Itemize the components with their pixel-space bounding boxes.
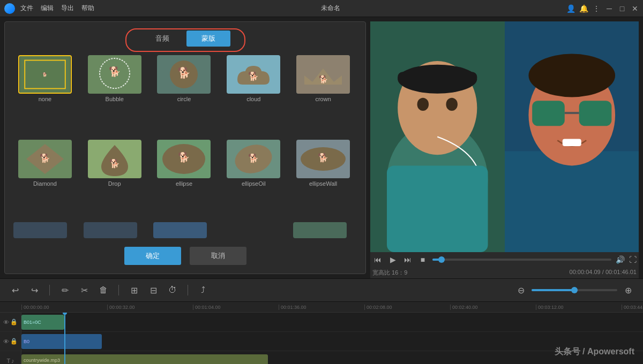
menu-export[interactable]: 导出: [61, 4, 74, 13]
svg-rect-45: [505, 151, 639, 252]
track-lock-2[interactable]: 🔒: [10, 338, 18, 345]
track-lock-1[interactable]: 🔒: [10, 318, 18, 325]
clip-audio[interactable]: countrywide.mp3: [21, 354, 268, 364]
zoom-out-icon[interactable]: ⊖: [514, 285, 527, 295]
svg-text:🐕: 🐕: [109, 158, 120, 169]
ruler-mark-5: 00:02:40.00: [450, 305, 536, 310]
shape-diamond[interactable]: 🐕 Diamond: [13, 140, 77, 218]
shape-diamond-thumb[interactable]: 🐕: [18, 140, 72, 178]
shape-drop[interactable]: 🐕 Drop: [83, 140, 146, 218]
track-side-2: 👁 🔒: [0, 332, 21, 351]
share-icon[interactable]: ⤴: [197, 285, 210, 295]
shape-none[interactable]: 🐕 none: [13, 55, 77, 133]
track-eye-1[interactable]: 👁: [3, 319, 9, 325]
shape-ellipse-oil-label: ellipseOil: [242, 180, 266, 187]
cancel-button[interactable]: 取消: [190, 247, 246, 265]
tab-mask[interactable]: 蒙版: [186, 31, 230, 47]
shape-ellipse-wall-thumb[interactable]: 🐕: [296, 140, 350, 178]
shape-none-thumb[interactable]: 🐕: [18, 55, 72, 94]
more-icon[interactable]: ⋮: [593, 5, 600, 12]
clock-icon[interactable]: ⏱: [166, 285, 179, 295]
time-display: 00:00:04.09 / 00:01:46.01: [570, 269, 637, 277]
shape-ellipse-wall[interactable]: 🐕 ellipseWall: [291, 140, 355, 218]
svg-rect-48: [532, 101, 565, 126]
forward-icon[interactable]: ⏭: [402, 255, 413, 264]
minimize-icon[interactable]: ─: [605, 5, 613, 12]
shape-drop-thumb[interactable]: 🐕: [88, 140, 141, 178]
partial-thumb-2: [84, 222, 137, 238]
menu-help[interactable]: 帮助: [81, 4, 94, 13]
svg-rect-49: [579, 101, 611, 126]
shape-circle-label: circle: [177, 96, 191, 102]
shape-bubble[interactable]: 🐕 Bubble: [83, 55, 146, 133]
menu-edit[interactable]: 编辑: [41, 4, 54, 13]
shape-grid: 🐕 none 🐕 Bubble: [13, 55, 357, 218]
rewind-icon[interactable]: ⏮: [372, 255, 383, 264]
sep-1: [49, 285, 50, 295]
dialog-buttons: 确定 取消: [13, 247, 357, 265]
window-title: 未命名: [94, 4, 567, 13]
cut-icon[interactable]: ✂: [78, 285, 91, 295]
shape-cloud-label: cloud: [246, 96, 260, 102]
track-3: countrywide.mp3: [21, 351, 643, 364]
progress-bar[interactable]: [432, 259, 611, 261]
shape-ellipse-wall-label: ellipseWall: [309, 180, 337, 187]
stop-icon[interactable]: ■: [417, 255, 428, 264]
zoom-in-icon[interactable]: ⊕: [622, 285, 634, 295]
shape-cloud-thumb[interactable]: 🐕: [227, 55, 280, 94]
redo-icon[interactable]: ↪: [28, 285, 41, 295]
shape-ellipse-thumb[interactable]: 🐕: [157, 140, 211, 178]
grid-icon[interactable]: ⊟: [147, 285, 160, 295]
clip-video-2[interactable]: B0: [21, 334, 102, 349]
track-1: B01=0C: [21, 313, 643, 332]
main-area: 音频 蒙版 🐕 none: [0, 17, 643, 278]
partial-row: [13, 222, 357, 238]
menu-file[interactable]: 文件: [20, 4, 33, 13]
track-eye-2[interactable]: 👁: [3, 338, 9, 345]
playhead[interactable]: [64, 313, 65, 364]
notification-icon[interactable]: 🔔: [580, 5, 587, 12]
user-icon[interactable]: 👤: [567, 5, 574, 12]
progress-dot: [438, 256, 445, 263]
timeline-area: 00:00:00.00 00:00:32.00 00:01:04.00 00:0…: [0, 302, 643, 364]
svg-rect-43: [387, 165, 488, 252]
mask-dialog: 音频 蒙版 🐕 none: [4, 21, 366, 274]
shape-crown-thumb[interactable]: 🐕: [296, 55, 350, 94]
titlebar: 文件 编辑 导出 帮助 未命名 👤 🔔 ⋮ ─ □ ✕: [0, 0, 643, 17]
shape-crown[interactable]: 🐕 crown: [291, 55, 355, 133]
svg-text:🐕: 🐕: [177, 66, 191, 79]
shape-circle-thumb[interactable]: 🐕: [157, 55, 211, 94]
clip-video-1[interactable]: B01=0C: [21, 315, 64, 330]
tab-audio[interactable]: 音频: [140, 31, 184, 47]
shape-bubble-thumb[interactable]: 🐕: [88, 55, 141, 94]
partial-thumb-5: [293, 222, 347, 238]
shape-ellipse-oil[interactable]: 🐕 ellipseOil: [222, 140, 285, 218]
zoom-slider[interactable]: [532, 289, 617, 291]
confirm-button[interactable]: 确定: [124, 247, 181, 265]
split-icon[interactable]: ⊞: [128, 285, 140, 295]
ruler-mark-2: 00:01:04.00: [193, 305, 279, 310]
pen-icon[interactable]: ✏: [58, 285, 71, 295]
shape-circle[interactable]: 🐕 circle: [153, 55, 216, 133]
track-text-icon[interactable]: T: [6, 358, 10, 364]
track-vol-icon[interactable]: ♪: [11, 358, 14, 364]
sep-2: [118, 285, 119, 295]
undo-icon[interactable]: ↩: [9, 285, 21, 295]
svg-text:🐕: 🐕: [319, 75, 328, 84]
svg-text:🐕: 🐕: [178, 151, 190, 163]
maximize-icon[interactable]: □: [618, 5, 626, 12]
close-icon[interactable]: ✕: [631, 5, 639, 12]
fullscreen-icon[interactable]: ⛶: [629, 255, 637, 264]
shape-cloud[interactable]: 🐕 cloud: [222, 55, 285, 133]
delete-icon[interactable]: 🗑: [97, 285, 110, 295]
partial-thumb-3: [153, 222, 207, 238]
shape-ellipse[interactable]: 🐕 ellipse: [153, 140, 216, 218]
svg-text:🐕: 🐕: [248, 71, 259, 81]
volume-icon[interactable]: 🔊: [616, 255, 625, 264]
menu-bar[interactable]: 文件 编辑 导出 帮助: [20, 4, 94, 13]
shape-ellipse-oil-thumb[interactable]: 🐕: [227, 140, 280, 178]
track-side-3: T ♪: [0, 351, 21, 364]
play-icon[interactable]: ▶: [387, 255, 398, 264]
svg-rect-51: [562, 139, 581, 146]
ruler-mark-7: 00:03:44.00: [622, 305, 643, 310]
